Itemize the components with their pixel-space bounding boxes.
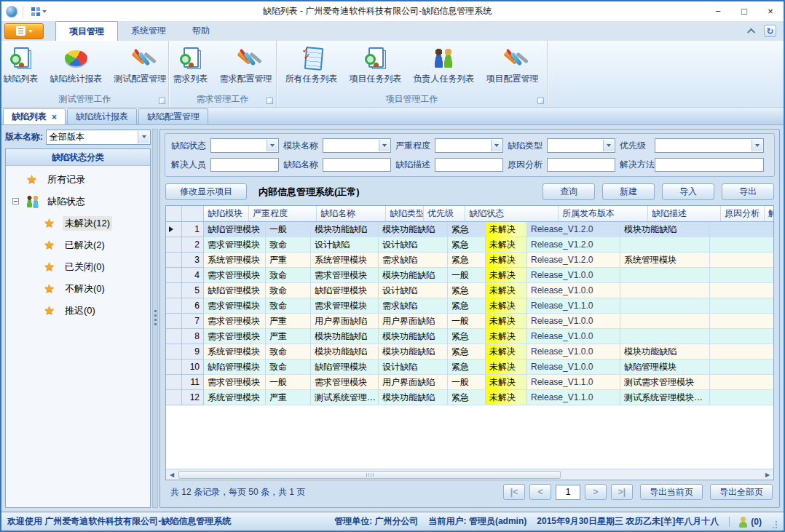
cell-cause-analysis[interactable] — [710, 360, 773, 375]
cell-cause-analysis[interactable] — [710, 253, 773, 268]
cell-module[interactable]: 需求管理模块 — [204, 237, 266, 253]
grid-column-header[interactable]: 严重程度 — [249, 206, 317, 221]
ribbon-button[interactable]: 所有任务列表 — [280, 44, 343, 85]
cell-status[interactable]: 未解决 — [486, 375, 527, 390]
cell-description[interactable]: 测试系统管理模块… — [620, 390, 710, 405]
ribbon-button[interactable]: 缺陷统计报表 — [45, 44, 108, 85]
online-users-icon[interactable] — [738, 516, 749, 528]
cell-status[interactable]: 未解决 — [486, 222, 527, 237]
cell-description[interactable]: 测试需求管理模块 — [620, 375, 710, 390]
cell-priority[interactable]: 紧急 — [448, 298, 486, 314]
horizontal-scrollbar[interactable] — [166, 469, 773, 480]
cell-cause-analysis[interactable] — [710, 375, 773, 390]
table-row[interactable]: 10 缺陷管理模块 致命 缺陷管理模块 设计缺陷 紧急 未解决 Release_… — [166, 360, 773, 375]
version-dropdown[interactable]: 全部版本 — [46, 130, 151, 145]
cell-priority[interactable]: 紧急 — [448, 344, 486, 360]
cell-description[interactable] — [620, 298, 710, 314]
cell-defect-name[interactable]: 设计缺陷 — [311, 237, 379, 253]
dialog-launcher-icon[interactable] — [159, 98, 165, 104]
dropdown-arrow-icon[interactable] — [379, 140, 390, 151]
cell-defect-name[interactable]: 系统管理模块 — [311, 253, 379, 268]
prev-page-button[interactable]: < — [529, 484, 551, 500]
cell-release-version[interactable]: Release_V1.1.0 — [527, 298, 620, 314]
cell-status[interactable]: 未解决 — [486, 298, 527, 314]
export-current-page-button[interactable]: 导出当前页 — [640, 484, 703, 500]
cell-status[interactable]: 未解决 — [486, 329, 527, 344]
cell-status[interactable]: 未解决 — [486, 237, 527, 253]
cell-severity[interactable]: 致命 — [266, 344, 311, 360]
tree-item[interactable]: 已关闭(0) — [6, 256, 150, 278]
cell-priority[interactable]: 紧急 — [448, 222, 486, 237]
cell-defect-name[interactable]: 需求管理模块 — [311, 375, 379, 390]
action-button[interactable]: 新建 — [602, 183, 655, 200]
cell-priority[interactable]: 一般 — [448, 375, 486, 390]
cell-module[interactable]: 系统管理模块 — [204, 390, 266, 405]
grid-column-header[interactable]: 解决方法 — [765, 206, 773, 221]
cell-defect-name[interactable]: 模块功能缺陷 — [311, 222, 379, 237]
document-tab[interactable]: 缺陷列表 × — [3, 108, 66, 124]
cell-module[interactable]: 需求管理模块 — [204, 329, 266, 344]
filter-dropdown[interactable] — [323, 138, 391, 153]
cell-severity[interactable]: 严重 — [266, 390, 311, 405]
cell-module[interactable]: 缺陷管理模块 — [204, 283, 266, 298]
cell-release-version[interactable]: Release_V1.2.0 — [527, 237, 620, 253]
cell-release-version[interactable]: Release_V1.2.0 — [527, 222, 620, 237]
cell-priority[interactable]: 紧急 — [448, 253, 486, 268]
cell-status[interactable]: 未解决 — [486, 390, 527, 405]
action-button[interactable]: 查询 — [543, 183, 595, 200]
close-tab-icon[interactable]: × — [52, 112, 57, 122]
cell-release-version[interactable]: Release_V1.0.0 — [527, 344, 620, 360]
cell-module[interactable]: 需求管理模块 — [204, 375, 266, 390]
cell-defect-type[interactable]: 设计缺陷 — [379, 360, 448, 375]
cell-module[interactable]: 缺陷管理模块 — [204, 222, 266, 237]
grid-column-header[interactable]: 缺陷模块 — [204, 206, 249, 221]
ribbon-tab[interactable]: 项目管理 — [55, 21, 118, 41]
cell-status[interactable]: 未解决 — [486, 253, 527, 268]
cell-severity[interactable]: 一般 — [266, 222, 311, 237]
cell-priority[interactable]: 一般 — [448, 268, 486, 283]
cell-release-version[interactable]: Release_V1.0.0 — [527, 329, 620, 344]
cell-release-version[interactable]: Release_V1.0.0 — [527, 360, 620, 375]
cell-priority[interactable]: 一般 — [448, 314, 486, 329]
cell-priority[interactable]: 紧急 — [448, 390, 486, 405]
filter-dropdown[interactable] — [655, 138, 764, 153]
cell-defect-name[interactable]: 模块功能缺陷 — [311, 344, 379, 360]
cell-severity[interactable]: 致命 — [266, 283, 311, 298]
cell-severity[interactable]: 严重 — [266, 329, 311, 344]
tree-item[interactable]: 已解决(2) — [6, 234, 150, 256]
tree-item[interactable]: 缺陷状态 — [6, 191, 150, 213]
document-tab[interactable]: 缺陷配置管理 — [138, 108, 208, 124]
cell-cause-analysis[interactable] — [710, 314, 773, 329]
cell-description[interactable] — [620, 283, 710, 298]
cell-defect-type[interactable]: 模块功能缺陷 — [379, 390, 448, 405]
filter-input[interactable] — [547, 158, 615, 172]
table-row[interactable]: 12 系统管理模块 严重 测试系统管理… 模块功能缺陷 紧急 未解决 Relea… — [166, 390, 773, 405]
cell-priority[interactable]: 紧急 — [448, 360, 486, 375]
tree-item[interactable]: 推迟(0) — [6, 300, 150, 322]
dialog-launcher-icon[interactable] — [267, 98, 273, 104]
cell-severity[interactable]: 严重 — [266, 314, 311, 329]
ribbon-button[interactable]: 项目配置管理 — [481, 44, 544, 85]
dropdown-arrow-icon[interactable] — [138, 131, 149, 143]
splitter-handle[interactable] — [152, 129, 158, 508]
page-number-input[interactable] — [556, 485, 580, 500]
ribbon-button[interactable]: 需求列表 — [168, 44, 213, 85]
close-button[interactable]: × — [757, 1, 784, 21]
cell-module[interactable]: 系统管理模块 — [204, 253, 266, 268]
action-button[interactable]: 导出 — [722, 183, 774, 200]
table-row[interactable]: 2 需求管理模块 致命 设计缺陷 设计缺陷 紧急 未解决 Release_V1.… — [166, 237, 773, 253]
table-row[interactable]: 8 需求管理模块 严重 模块功能缺陷 模块功能缺陷 紧急 未解决 Release… — [166, 329, 773, 344]
dropdown-arrow-icon[interactable] — [752, 140, 762, 151]
cell-description[interactable]: 模块功能缺陷 — [620, 222, 710, 237]
cell-defect-name[interactable]: 测试系统管理… — [311, 390, 379, 405]
cell-module[interactable]: 系统管理模块 — [204, 344, 266, 360]
table-row[interactable]: 11 需求管理模块 一般 需求管理模块 用户界面缺陷 一般 未解决 Releas… — [166, 375, 773, 390]
quick-access-toolbar-button[interactable] — [28, 6, 50, 17]
cell-severity[interactable]: 一般 — [266, 375, 311, 390]
table-row[interactable]: 7 需求管理模块 严重 用户界面缺陷 用户界面缺陷 一般 未解决 Release… — [166, 314, 773, 329]
cell-cause-analysis[interactable] — [710, 329, 773, 344]
cell-defect-type[interactable]: 设计缺陷 — [379, 237, 448, 253]
cell-release-version[interactable]: Release_V1.0.0 — [527, 268, 620, 283]
cell-cause-analysis[interactable] — [710, 283, 773, 298]
cell-defect-type[interactable]: 需求缺陷 — [379, 253, 448, 268]
